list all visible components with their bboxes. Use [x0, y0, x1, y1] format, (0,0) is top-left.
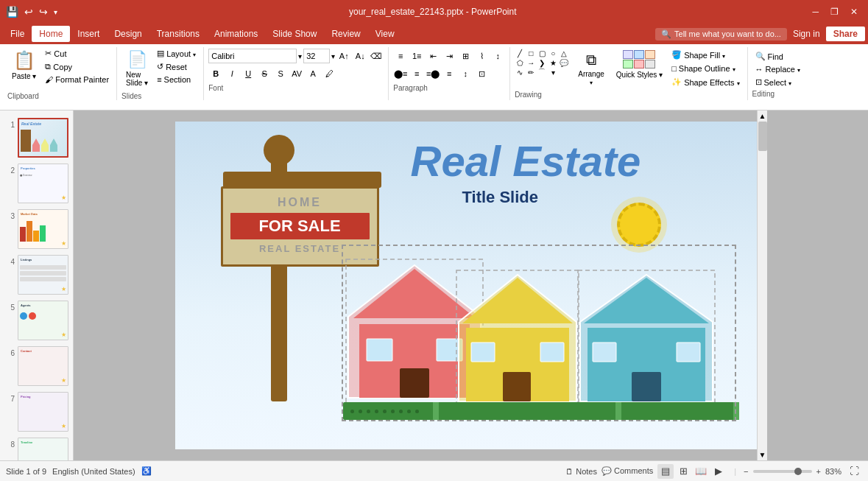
find-button[interactable]: 🔍 Find [752, 50, 803, 63]
numbering-btn[interactable]: 1≡ [409, 49, 424, 63]
scroll-up-btn[interactable]: ▲ [758, 110, 767, 122]
slide-preview-1[interactable]: Real Estate [18, 118, 68, 158]
bold-btn[interactable]: B [208, 66, 223, 81]
shape-rect[interactable]: □ [526, 49, 536, 57]
paste-button[interactable]: 📋 Paste ▾ [7, 47, 40, 83]
restore-btn[interactable]: ❐ [826, 7, 843, 17]
convert-smartart-btn[interactable]: ⊡ [474, 66, 489, 81]
slide-preview-5[interactable]: Agents ★ [18, 301, 68, 340]
menu-slideshow[interactable]: Slide Show [265, 26, 324, 42]
text-direction-btn[interactable]: ↕ [490, 49, 505, 63]
shape-star[interactable]: ★ [548, 58, 558, 67]
vertical-scrollbar[interactable]: ▲ ▼ [757, 110, 767, 460]
line-spacing-btn[interactable]: ↕ [458, 66, 473, 81]
save-icon[interactable]: 💾 [6, 6, 18, 18]
shape-triangle[interactable]: △ [559, 49, 569, 57]
scroll-thumb[interactable] [758, 122, 767, 151]
menu-design[interactable]: Design [107, 26, 149, 42]
slide-thumb-7[interactable]: 7 Pricing ★ [3, 390, 70, 433]
menu-home[interactable]: Home [32, 26, 70, 42]
quick-access-toolbar[interactable]: 💾 ↩ ↪ ▾ [6, 6, 57, 18]
slide-preview-2[interactable]: Properties ⬤ Overview ★ [18, 164, 68, 203]
underline-btn[interactable]: U [241, 66, 255, 81]
decrease-font-btn[interactable]: A↓ [353, 49, 367, 63]
menu-view[interactable]: View [368, 26, 402, 42]
shape-roundrect[interactable]: ▢ [537, 49, 547, 57]
slide-sorter-btn[interactable]: ⊞ [675, 464, 691, 479]
italic-btn[interactable]: I [225, 66, 239, 81]
zoom-out-icon[interactable]: − [744, 467, 748, 476]
columns-btn[interactable]: ⊞ [458, 49, 473, 63]
slide-thumb-2[interactable]: 2 Properties ⬤ Overview ★ [3, 162, 70, 205]
shape-freeform[interactable]: ✏ [526, 68, 536, 77]
slide-preview-7[interactable]: Pricing ★ [18, 392, 68, 432]
slide-thumb-1[interactable]: 1 Real Estate [3, 116, 70, 159]
text-highlight-btn[interactable]: 🖊 [322, 66, 336, 81]
slide-preview-6[interactable]: Contact ★ [18, 346, 68, 386]
shape-chevron[interactable]: ❯ [537, 58, 547, 67]
slide-thumb-3[interactable]: 3 Market Data ★ [3, 208, 70, 250]
increase-font-btn[interactable]: A↑ [336, 49, 351, 63]
slide-thumb-6[interactable]: 6 Contact ★ [3, 345, 70, 387]
menu-review[interactable]: Review [324, 26, 367, 42]
align-left-btn[interactable]: ⬤≡ [393, 66, 408, 81]
shape-fill-button[interactable]: 🪣 Shape Fill ▾ [668, 49, 742, 61]
share-btn[interactable]: Share [826, 27, 865, 41]
shape-ellipse[interactable]: ○ [548, 49, 558, 57]
select-button[interactable]: ⊡ Select ▾ [752, 76, 803, 88]
strikethrough-btn[interactable]: S [257, 66, 272, 81]
align-right-btn[interactable]: ≡⬤ [426, 66, 440, 81]
character-spacing-btn[interactable]: AV [289, 66, 304, 81]
quick-styles-button[interactable]: Quick Styles ▾ [613, 49, 666, 80]
notes-button[interactable]: 🗒 Notes [565, 467, 597, 476]
slide-canvas[interactable]: Real Estate Title Slide HOME FOR SALE RE… [175, 122, 757, 449]
reading-view-btn[interactable]: 📖 [693, 464, 709, 479]
slide-preview-4[interactable]: Listings ★ [18, 255, 68, 295]
shadow-btn[interactable]: S [273, 66, 288, 81]
layout-button[interactable]: ▤ Layout ▾ [154, 47, 199, 60]
arrange-button[interactable]: ⧉ Arrange ▾ [572, 49, 610, 89]
shape-more[interactable]: ▾ [548, 68, 558, 77]
slide-thumb-4[interactable]: 4 Listings ★ [3, 253, 70, 296]
smartart-btn[interactable]: ⌇ [474, 49, 489, 63]
clear-format-btn[interactable]: ⌫ [369, 49, 384, 63]
zoom-in-icon[interactable]: + [816, 467, 821, 476]
font-color-btn[interactable]: A [306, 66, 320, 81]
font-size-input[interactable] [303, 49, 330, 63]
shape-connector[interactable]: ⌒ [537, 68, 547, 77]
bullets-btn[interactable]: ≡ [393, 49, 408, 63]
justify-btn[interactable]: ≡ [442, 66, 456, 81]
accessibility-icon[interactable]: ♿ [141, 466, 152, 476]
increase-indent-btn[interactable]: ⇥ [442, 49, 456, 63]
decrease-indent-btn[interactable]: ⇤ [426, 49, 440, 63]
window-controls[interactable]: ─ ❐ ✕ [808, 7, 862, 17]
copy-button[interactable]: ⧉ Copy [42, 60, 112, 73]
new-slide-button[interactable]: 📄 NewSlide ▾ [121, 47, 152, 90]
slide-preview-3[interactable]: Market Data ★ [18, 209, 68, 249]
reset-button[interactable]: ↺ Reset [154, 60, 199, 73]
shape-arrow[interactable]: → [526, 58, 536, 67]
slide-preview-8[interactable]: Timeline ★ [18, 438, 68, 460]
slide-thumb-8[interactable]: 8 Timeline ★ [3, 436, 70, 460]
zoom-slider[interactable] [753, 470, 812, 473]
zoom-thumb[interactable] [794, 468, 802, 475]
shape-curve[interactable]: ∿ [515, 68, 525, 77]
close-btn[interactable]: ✕ [846, 7, 862, 17]
slide-thumb-5[interactable]: 5 Agents ★ [3, 299, 70, 342]
cut-button[interactable]: ✂ Cut [42, 47, 112, 60]
shape-effects-button[interactable]: ✨ Shape Effects ▾ [668, 76, 742, 88]
menu-animations[interactable]: Animations [207, 26, 265, 42]
comments-button[interactable]: 💬 Comments [601, 466, 653, 476]
normal-view-btn[interactable]: ▤ [657, 464, 674, 479]
undo-icon[interactable]: ↩ [24, 6, 33, 18]
minimize-btn[interactable]: ─ [808, 7, 823, 17]
shape-pentagon[interactable]: ⬠ [515, 58, 525, 67]
font-name-input[interactable] [208, 49, 297, 63]
align-center-btn[interactable]: ≡ [409, 66, 424, 81]
menu-transitions[interactable]: Transitions [149, 26, 207, 42]
menu-file[interactable]: File [3, 26, 32, 42]
fit-slide-btn[interactable]: ⛶ [846, 464, 862, 479]
shape-line[interactable]: ╱ [515, 49, 525, 57]
shape-callout[interactable]: 💬 [559, 58, 569, 67]
scroll-down-btn[interactable]: ▼ [758, 449, 767, 460]
